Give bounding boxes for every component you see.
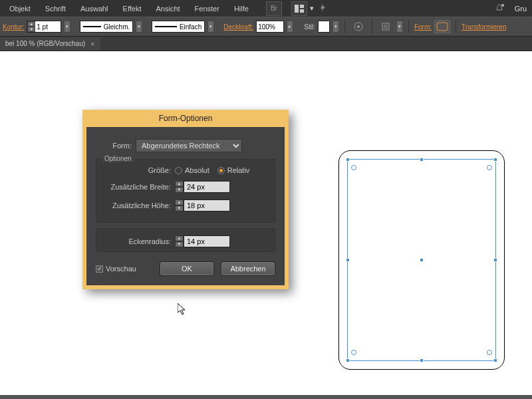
options-bar: Kontur: ▲▼ ▾ Gleichm. ▾ Einfach ▾ Deckkr… xyxy=(0,17,532,37)
stroke-cap-dropdown[interactable]: ▾ xyxy=(136,21,142,33)
handle-tr[interactable] xyxy=(493,158,497,162)
preview-checkbox[interactable]: ✓Vorschau xyxy=(96,265,136,273)
selected-shape[interactable] xyxy=(338,150,505,370)
shape-label[interactable]: Form: xyxy=(414,23,432,31)
svg-rect-6 xyxy=(382,23,389,30)
menu-hilfe[interactable]: Hilfe xyxy=(227,2,255,15)
handle-rc[interactable] xyxy=(493,258,497,262)
extra-width-field[interactable]: ▲▼ xyxy=(175,181,230,193)
corner-widget-tr[interactable] xyxy=(487,165,492,170)
opacity-label[interactable]: Deckkraft: xyxy=(223,23,253,31)
opacity-input[interactable] xyxy=(257,23,283,31)
extra-width-label: Zusätzliche Breite: xyxy=(103,183,175,191)
arrange-dropdown[interactable]: ▾ xyxy=(310,4,314,13)
handle-bl[interactable] xyxy=(346,358,350,362)
cancel-button[interactable]: Abbrechen xyxy=(221,261,275,276)
handle-lc[interactable] xyxy=(346,258,350,262)
extra-height-input[interactable] xyxy=(184,200,230,211)
document-tab[interactable]: bei 100 % (RGB/Vorschau) × xyxy=(0,37,100,51)
corner-widget-tl[interactable] xyxy=(351,165,356,170)
radius-label: Eckenradius: xyxy=(103,237,175,245)
align-icon[interactable] xyxy=(378,20,394,33)
menu-auswahl[interactable]: Auswahl xyxy=(74,2,115,15)
shape-options-dialog: Form-Optionen Form: Abgerundetes Rechtec… xyxy=(82,110,289,289)
extra-width-input[interactable] xyxy=(184,181,230,193)
ok-button[interactable]: OK xyxy=(160,261,214,276)
handle-center[interactable] xyxy=(420,258,424,262)
svg-rect-2 xyxy=(300,9,304,13)
radius-input[interactable] xyxy=(184,235,230,247)
tab-close-icon[interactable]: × xyxy=(90,40,94,48)
extra-height-field[interactable]: ▲▼ xyxy=(175,200,230,211)
handle-br[interactable] xyxy=(493,358,497,362)
svg-rect-0 xyxy=(295,5,299,13)
handle-bc[interactable] xyxy=(420,358,424,362)
stroke-weight-dropdown[interactable]: ▾ xyxy=(64,21,70,33)
stroke-cap-field[interactable]: Gleichm. xyxy=(80,21,133,33)
stroke-dash-dropdown[interactable]: ▾ xyxy=(207,21,214,33)
corner-widget-bl[interactable] xyxy=(351,350,356,355)
radio-relativ[interactable]: Relativ xyxy=(217,166,250,174)
graphic-style-swatch[interactable] xyxy=(318,21,330,33)
form-label: Form: xyxy=(96,142,136,150)
workspace-label[interactable]: Gru xyxy=(512,5,529,13)
svg-point-5 xyxy=(357,25,360,28)
align-dropdown[interactable]: ▾ xyxy=(396,21,403,33)
radius-group: Eckenradius: ▲▼ xyxy=(96,228,275,252)
menu-effekt[interactable]: Effekt xyxy=(116,2,148,15)
recolor-icon[interactable] xyxy=(350,20,366,33)
gpu-icon[interactable] xyxy=(315,3,330,14)
menu-fenster[interactable]: Fenster xyxy=(188,2,226,15)
handle-tl[interactable] xyxy=(346,158,350,162)
arrange-docs-icon[interactable] xyxy=(291,1,307,16)
svg-rect-7 xyxy=(384,25,387,28)
svg-rect-3 xyxy=(501,4,504,7)
stroke-weight-field[interactable]: ▲▼ xyxy=(27,21,61,33)
extra-height-label: Zusätzliche Höhe: xyxy=(103,201,175,209)
notification-icon[interactable] xyxy=(495,3,504,14)
tab-title: bei 100 % (RGB/Vorschau) xyxy=(5,40,85,47)
radio-absolut[interactable]: Absolut xyxy=(175,166,209,174)
opacity-field[interactable] xyxy=(256,21,284,33)
options-group: Optionen Größe: Absolut Relativ Zusätzli… xyxy=(96,159,275,223)
svg-rect-8 xyxy=(437,23,448,31)
radius-field[interactable]: ▲▼ xyxy=(175,235,230,247)
stroke-weight-input[interactable] xyxy=(35,23,61,31)
transform-label[interactable]: Transformieren xyxy=(462,23,506,31)
size-label: Größe: xyxy=(103,166,175,174)
menu-schrift[interactable]: Schrift xyxy=(39,2,72,15)
handle-tc[interactable] xyxy=(420,158,424,162)
shape-select[interactable]: Abgerundetes Rechteck xyxy=(136,139,242,152)
style-label: Stil: xyxy=(304,23,315,31)
document-tabs: bei 100 % (RGB/Vorschau) × xyxy=(0,37,532,51)
menu-ansicht[interactable]: Ansicht xyxy=(150,2,187,15)
svg-rect-1 xyxy=(300,5,304,8)
menu-objekt[interactable]: Objekt xyxy=(3,2,37,15)
opacity-dropdown[interactable]: ▸ xyxy=(287,21,293,33)
shape-icon[interactable] xyxy=(434,20,450,33)
status-bar-edge xyxy=(0,395,532,399)
bridge-icon[interactable]: Br xyxy=(266,1,282,16)
stroke-dash-field[interactable]: Einfach xyxy=(152,21,205,33)
options-legend: Optionen xyxy=(102,155,134,162)
corner-widget-br[interactable] xyxy=(487,350,492,355)
selection-bbox xyxy=(347,159,496,361)
kontur-label[interactable]: Kontur: xyxy=(3,23,24,31)
graphic-style-dropdown[interactable]: ▾ xyxy=(332,21,339,33)
menubar: Objekt Schrift Auswahl Effekt Ansicht Fe… xyxy=(0,0,532,17)
dialog-title[interactable]: Form-Optionen xyxy=(82,110,289,127)
